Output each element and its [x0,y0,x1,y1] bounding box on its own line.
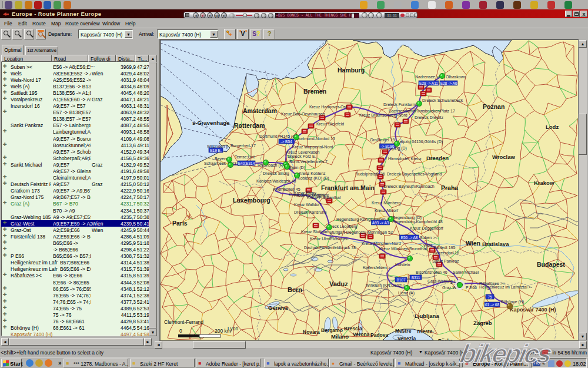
svg-text:Geneve: Geneve [268,304,288,311]
svg-text:Kreuz Walldorf: Kreuz Walldorf [294,203,321,207]
svg-text:Dachau/Fürstenfeldbruck 78: Dachau/Fürstenfeldbruck 78 [304,246,356,250]
svg-text:Wien: Wien [466,240,480,247]
svg-text:Dreieck Karlsruhe: Dreieck Karlsruhe [294,210,327,214]
svg-text:Graz-Webling 1: Graz-Webling 1 [427,279,456,284]
svg-text:Budapest: Budapest [537,261,565,268]
svg-text:Vaduz: Vaduz [329,280,348,287]
svg-text:B311: B311 [412,276,420,280]
svg-text:A93 -> A3: A93 -> A3 [372,221,389,225]
svg-text:E40;E314: E40;E314 [238,161,255,165]
svg-text:Kreuz Bad-Oeynhausen: Kreuz Bad-Oeynhausen [281,112,325,117]
svg-text:Nadrensee >:: Nadrensee >: [415,75,440,79]
svg-text:Brescia: Brescia [344,326,362,331]
svg-text:Praha: Praha [441,184,458,191]
svg-text:Sankt Pankraz: Sankt Pankraz [432,259,459,263]
svg-text:Mestre: Mestre [395,328,412,334]
svg-text:Leipzig 04156;Göhlis (D): Leipzig 04156;Göhlis (D) [397,140,443,144]
svg-text:Amsterdam: Amsterdam [243,107,277,114]
svg-text:Kreuz Altdorf: Kreuz Altdorf [375,208,398,213]
svg-text:Stuttgart-Degerloch/-Möhringen: Stuttgart-Degerloch/-Möhringen 52 [329,230,393,235]
svg-text:75: 75 [487,295,492,299]
svg-text:Bonn (D): Bonn (D) [289,165,305,170]
svg-text:Regensburg-Kumpfmühl 48: Regensburg-Kumpfmühl 48 [392,220,443,224]
svg-text:Kreuz München-Nord: Kreuz München-Nord [362,241,401,246]
svg-text:Rijeka: Rijeka [438,338,453,340]
svg-text:Kufstein: Kufstein [395,263,410,267]
svg-text:Rheinbach (H: Rheinbach (H [258,163,283,168]
svg-text:Paris: Paris [172,220,188,227]
svg-text:Trieste: Trieste [416,329,433,334]
svg-text:-> B54: -> B54 [280,140,292,144]
svg-text:Dreieck Porz E.: Dreieck Porz E. [288,154,316,158]
svg-text:Kreuz Wuppertal-Nord: Kreuz Wuppertal-Nord [292,145,333,150]
svg-text:Lienz (A): Lienz (A) [398,291,415,296]
svg-text:Kreuz Stuttgart: Kreuz Stuttgart [301,230,329,234]
svg-text:Dortmund 44145 (D: Dortmund 44145 (D [259,134,295,139]
svg-text:Sankt Michael: Sankt Michael [453,270,479,274]
svg-text:Winklern (KN;Lienz) l.: Winklern (KN;Lienz) l. [366,283,406,288]
svg-text:Rotterdam: Rotterdam [234,122,265,129]
svg-text:Beyers: Beyers [215,157,228,161]
svg-text:Luxembourg: Luxembourg [233,197,270,204]
svg-text:Kaposvár 7400 (H): Kaposvár 7400 (H) [510,307,556,313]
svg-text:Clermont-Ferrand: Clermont-Ferrand [164,319,203,325]
svg-text:Bern: Bern [288,286,302,293]
svg-text:E28 -> A11: E28 -> A11 [419,81,438,85]
svg-text:Kreuz Koblenz: Kreuz Koblenz [299,171,326,175]
svg-text:Dreieck Funkturm: Dreieck Funkturm [383,102,416,107]
svg-text:Zagreb: Zagreb [473,320,492,326]
svg-text:Dortmund-Nordod 13: Dortmund-Nordod 13 [296,137,335,141]
svg-text:Kreuz Leverkusen: Kreuz Leverkusen [286,150,320,154]
svg-text:Bischofshofen 46: Bischofshofen 46 [416,270,447,274]
svg-text:Kreuz Rizey: Kreuz Rizey [294,191,316,195]
svg-text:Großkugel 19: Großkugel 19 [370,138,395,142]
svg-text:Dreieck Bayreuth/Kulmbach: Dreieck Bayreuth/Kulmbach [383,184,435,189]
svg-text:Wroclaw: Wroclaw [492,154,516,160]
svg-text:Venezia: Venezia [397,336,416,340]
svg-text:E56 -> A8: E56 -> A8 [401,236,418,240]
svg-text:Lodz: Lodz [546,124,559,130]
svg-text:E19 E.: E19 E. [210,148,222,152]
svg-text:Sattledt 195: Sattledt 195 [433,246,455,250]
svg-text:Koblenz (KO) (D): Koblenz (KO) (D) [298,176,329,181]
svg-text:Olbaskowo: Olbaskowo [446,75,466,79]
svg-text:Frankfurt am Main: Frankfurt am Main [321,184,375,191]
svg-text:200 km: 200 km [215,328,231,334]
svg-text:Kreuz Deggendorf: Kreuz Deggendorf [410,226,443,231]
svg-text:Novara: Novara [303,329,320,335]
svg-text:Inzersdorf 16: Inzersdorf 16 [435,251,459,255]
svg-text:s-Gravenhage: s-Gravenhage [192,120,229,126]
svg-text:Dresden: Dresden [426,155,449,161]
svg-text:Poznan: Poznan [483,103,505,110]
svg-text:Hamburg: Hamburg [338,67,365,74]
svg-text:E28 -> A6: E28 -> A6 [440,81,457,85]
svg-text:0: 0 [179,328,182,334]
svg-text:Böhönye (H): Böhönye (H) [501,300,524,304]
svg-text:Heiligenkreuz im Lafnitztal >-: Heiligenkreuz im Lafnitztal >- [479,285,533,290]
svg-text:Kreuz Braunschweig-Nord: Kreuz Braunschweig-Nord [359,113,407,118]
svg-text:Temse;Lint: Temse;Lint [235,155,255,159]
svg-text:Suben ><: Suben >< [420,236,437,240]
svg-text:Kreuz Nürnberg: Kreuz Nürnberg [372,201,401,205]
svg-text:Hirmsdorfer Kreuz: Hirmsdorfer Kreuz [388,157,422,161]
svg-text:Bremen: Bremen [303,88,326,95]
svg-text:eck Leonberg: eck Leonberg [332,224,358,229]
svg-text:Krakow: Krakow [534,180,554,186]
svg-text:Bonn-Verteilerkreis 7: Bonn-Verteilerkreis 7 [289,160,328,164]
svg-text:Bergamo: Bergamo [321,327,343,333]
svg-text:Kreuz Bielefeld: Kreuz Bielefeld [316,122,344,126]
svg-text:Sachsendamm Innsbrucker-Platz: Sachsendamm Innsbrucker-Platz 17 [389,109,455,113]
svg-text:Kiefersfelden >:: Kiefersfelden >: [363,266,392,270]
svg-text:Koblenz/Waldesch 40: Koblenz/Waldesch 40 [256,179,296,183]
svg-text:Dreieck Schwanebeck: Dreieck Schwanebeck [422,98,463,102]
svg-text:Kreuz München/Brunnthal: Kreuz München/Brunnthal [379,247,427,251]
svg-text:Kreuz Ulm/Elchingen: Kreuz Ulm/Elchingen [310,237,348,241]
svg-text:Verona: Verona [353,331,370,337]
svg-text:Rudolphstein 36: Rudolphstein 36 [355,172,385,177]
svg-text:Dreieck Sinzig: Dreieck Sinzig [263,171,289,176]
svg-text:Ljubljana: Ljubljana [415,313,439,319]
svg-text:-> B186: -> B186 [381,144,395,148]
svg-text:Borgerhed-17: Borgerhed-17 [230,144,256,148]
svg-text:Dreieck Bayerisches-Vogtland: Dreieck Bayerisches-Vogtland [387,172,442,177]
svg-text:Bratislava: Bratislava [482,241,509,247]
